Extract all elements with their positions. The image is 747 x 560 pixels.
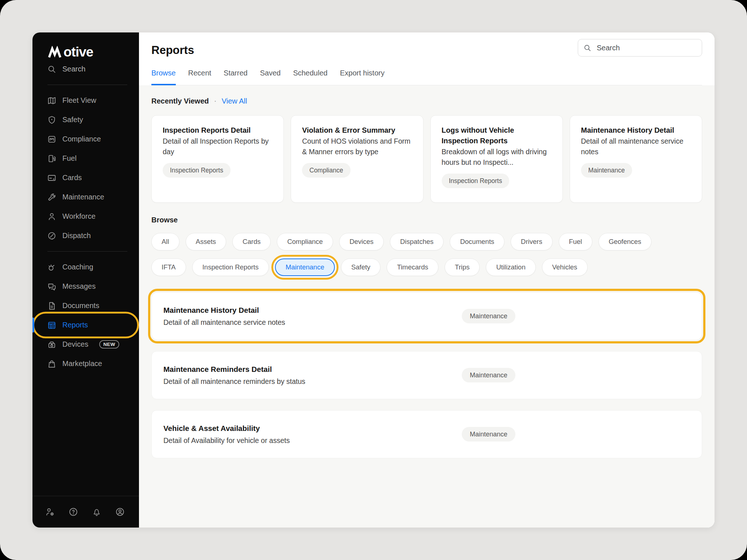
browse-chips-row-1: AllAssetsCardsComplianceDevicesDispatche… [151,233,702,250]
coaching-icon [47,262,57,272]
content-area: Recently Viewed · View All Inspection Re… [139,85,715,528]
report-tag: Maintenance [462,427,515,442]
filter-chip-ifta[interactable]: IFTA [151,258,186,276]
sidebar-item-label: Coaching [62,263,93,271]
tab-scheduled[interactable]: Scheduled [293,69,328,85]
recent-card[interactable]: Inspection Reports DetailDetail of all I… [151,115,284,203]
sidebar-item-fleet-view[interactable]: Fleet View [36,91,135,110]
sidebar-search[interactable]: Search [36,59,135,79]
dot-separator: · [214,96,216,106]
report-row-text: Vehicle & Asset AvailabilityDetail of Av… [163,424,290,445]
page-header: Reports BrowseRecentStarredSavedSchedule… [139,32,715,85]
sidebar-nav-secondary: CoachingMessagesDocumentsReportsDevicesN… [32,257,139,373]
card-title: Logs without Vehicle Inspection Reports [442,125,551,146]
sidebar-item-label: Fleet View [62,96,96,105]
help-button[interactable] [68,507,78,517]
filter-chip-maintenance[interactable]: Maintenance [275,258,335,276]
browse-chips-row-2: IFTAInspection ReportsMaintenanceSafetyT… [151,258,702,276]
sidebar-item-label: Reports [62,321,88,329]
report-row-text: Maintenance Reminders DetailDetail of al… [163,365,305,386]
notifications-button[interactable] [92,507,102,517]
tab-recent[interactable]: Recent [188,69,211,85]
sidebar-item-devices[interactable]: DevicesNEW [36,335,135,354]
sidebar-item-fuel[interactable]: Fuel [36,149,135,168]
sidebar-item-dispatch[interactable]: Dispatch [36,226,135,245]
sidebar-search-label: Search [62,65,85,73]
card-tag: Maintenance [581,163,632,178]
recently-viewed-heading: Recently Viewed [151,97,209,105]
report-row-maintenance-reminders-detail[interactable]: Maintenance Reminders DetailDetail of al… [151,351,702,399]
report-row-text: Maintenance History DetailDetail of all … [163,306,285,327]
report-tag: Maintenance [462,368,515,382]
documents-icon [47,301,57,311]
report-list: Maintenance History DetailDetail of all … [151,292,702,458]
filter-chip-vehicles[interactable]: Vehicles [542,258,588,276]
sidebar-item-cards[interactable]: Cards [36,168,135,187]
filter-chip-assets[interactable]: Assets [186,233,227,250]
sidebar-nav-primary: Fleet ViewSafetyComplianceFuelCardsMaint… [32,91,139,245]
card-tag: Compliance [302,163,350,178]
filter-chip-cards[interactable]: Cards [232,233,271,250]
card-title: Maintenance History Detail [581,125,691,136]
reports-search-box[interactable] [578,39,702,57]
motive-m-icon [47,46,62,58]
devices-icon [47,340,57,349]
sidebar-item-marketplace[interactable]: Marketplace [36,354,135,373]
filter-chip-dispatches[interactable]: Dispatches [390,233,444,250]
recently-viewed-cards: Inspection Reports DetailDetail of all I… [151,115,702,203]
filter-chip-safety[interactable]: Safety [341,258,380,276]
sidebar-item-messages[interactable]: Messages [36,277,135,296]
search-icon [583,44,592,52]
sidebar-item-coaching[interactable]: Coaching [36,257,135,277]
report-row-maintenance-history-detail[interactable]: Maintenance History DetailDetail of all … [151,292,702,340]
filter-chip-timecards[interactable]: Timecards [387,258,438,276]
report-description: Detail of all maintenance service notes [163,318,285,327]
sidebar-item-label: Fuel [62,154,77,163]
filter-chip-utilization[interactable]: Utilization [486,258,535,276]
filter-chip-inspection-reports[interactable]: Inspection Reports [192,258,269,276]
sidebar-item-reports[interactable]: Reports [36,315,135,335]
card-tag: Inspection Reports [163,163,231,178]
filter-chip-geofences[interactable]: Geofences [599,233,651,250]
user-settings-button[interactable] [45,507,55,517]
filter-chip-documents[interactable]: Documents [450,233,504,250]
reports-search-input[interactable] [596,43,697,52]
marketplace-icon [47,359,57,369]
messages-icon [47,282,57,291]
sidebar-item-documents[interactable]: Documents [36,296,135,315]
card-tag: Inspection Reports [442,174,510,188]
sidebar-footer [32,496,139,528]
recent-card[interactable]: Violation & Error SummaryCount of HOS vi… [291,115,423,203]
tab-starred[interactable]: Starred [224,69,248,85]
card-title: Inspection Reports Detail [163,125,272,136]
sidebar-item-maintenance[interactable]: Maintenance [36,187,135,207]
filter-chip-compliance[interactable]: Compliance [277,233,333,250]
sidebar-item-label: Devices [62,340,88,349]
card-description: Detail of all Inspection Reports by day [163,136,272,157]
sidebar-item-safety[interactable]: Safety [36,110,135,129]
card-description: Detail of all maintenance service notes [581,136,691,157]
filter-chip-fuel[interactable]: Fuel [559,233,592,250]
filter-chip-devices[interactable]: Devices [339,233,384,250]
filter-chip-trips[interactable]: Trips [445,258,480,276]
recent-card[interactable]: Logs without Vehicle Inspection ReportsB… [430,115,563,203]
maintenance-icon [47,192,57,202]
reports-icon [47,320,57,330]
card-title: Violation & Error Summary [302,125,412,136]
account-button[interactable] [115,507,125,517]
app-window: otive Search Fleet ViewSafetyComplianceF… [32,32,715,528]
report-row-vehicle-asset-availability[interactable]: Vehicle & Asset AvailabilityDetail of Av… [151,410,702,458]
view-all-link[interactable]: View All [222,97,247,105]
filter-chip-all[interactable]: All [151,233,179,250]
tab-saved[interactable]: Saved [260,69,281,85]
sidebar-item-workforce[interactable]: Workforce [36,207,135,226]
report-title: Maintenance History Detail [163,306,285,315]
tab-export-history[interactable]: Export history [340,69,384,85]
sidebar-item-compliance[interactable]: Compliance [36,129,135,149]
recently-viewed-header: Recently Viewed · View All [151,96,702,106]
tab-browse[interactable]: Browse [151,69,176,85]
sidebar: otive Search Fleet ViewSafetyComplianceF… [32,32,139,528]
sidebar-item-label: Cards [62,174,82,182]
filter-chip-drivers[interactable]: Drivers [511,233,553,250]
recent-card[interactable]: Maintenance History DetailDetail of all … [570,115,702,203]
